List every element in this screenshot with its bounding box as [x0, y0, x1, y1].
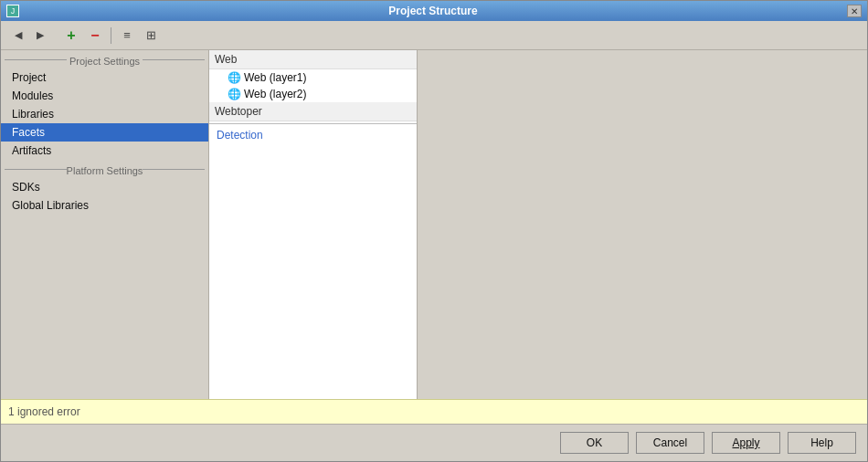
web-layer1-icon: 🌐 — [228, 71, 240, 84]
tree-item-web-layer2[interactable]: 🌐 Web (layer2) — [209, 86, 417, 102]
title-bar: J Project Structure ✕ — [1, 1, 867, 21]
right-panel — [418, 50, 867, 399]
main-window: J Project Structure ✕ ◀ ▶ + − ≡ ⊞ — [0, 0, 868, 462]
toolbar-separator — [111, 27, 111, 44]
group-header-web: Web — [209, 50, 417, 69]
nav-buttons: ◀ ▶ — [8, 26, 50, 46]
sidebar-item-facets[interactable]: Facets — [1, 123, 208, 142]
sidebar-item-artifacts[interactable]: Artifacts — [1, 142, 208, 160]
group-header-webtoper: Webtoper — [209, 102, 417, 121]
apply-label: Apply — [732, 436, 759, 449]
apply-button[interactable]: Apply — [712, 432, 780, 454]
platform-settings-header: Platform Settings — [1, 160, 208, 178]
sort1-button[interactable]: ≡ — [117, 26, 137, 46]
tree-item-web-layer1[interactable]: 🌐 Web (layer1) — [209, 69, 417, 86]
status-bar: 1 ignored error — [1, 399, 867, 425]
sidebar-item-libraries[interactable]: Libraries — [1, 105, 208, 123]
forward-icon: ▶ — [37, 29, 44, 41]
section-divider — [209, 123, 417, 124]
plus-icon: + — [67, 27, 75, 44]
content-area: Project Settings Project Modules Librari… — [1, 50, 867, 399]
remove-button[interactable]: − — [85, 26, 105, 46]
close-button[interactable]: ✕ — [847, 5, 862, 17]
ok-button[interactable]: OK — [560, 432, 629, 454]
help-button[interactable]: Help — [788, 432, 856, 454]
cancel-button[interactable]: Cancel — [636, 432, 704, 454]
forward-button[interactable]: ▶ — [30, 26, 50, 46]
back-button[interactable]: ◀ — [8, 26, 28, 46]
toolbar: ◀ ▶ + − ≡ ⊞ — [1, 21, 867, 50]
sort1-icon: ≡ — [123, 28, 131, 42]
bottom-buttons: OK Cancel Apply Help — [1, 425, 867, 461]
left-panel: Project Settings Project Modules Librari… — [1, 50, 209, 399]
window-title: Project Structure — [19, 5, 847, 17]
sidebar-item-project[interactable]: Project — [1, 68, 208, 87]
sidebar-item-modules[interactable]: Modules — [1, 87, 208, 105]
status-message: 1 ignored error — [8, 405, 80, 418]
add-button[interactable]: + — [61, 26, 81, 46]
sidebar-item-sdks[interactable]: SDKs — [1, 178, 208, 196]
detection-item[interactable]: Detection — [209, 126, 417, 144]
web-layer2-icon: 🌐 — [228, 88, 240, 100]
title-bar-left: J — [6, 5, 19, 17]
middle-panel: Web 🌐 Web (layer1) 🌐 Web (layer2) Webtop… — [209, 50, 418, 399]
app-icon: J — [6, 5, 19, 17]
sidebar-item-global-libraries[interactable]: Global Libraries — [1, 196, 208, 215]
project-settings-header: Project Settings — [1, 50, 208, 68]
sort2-icon: ⊞ — [146, 28, 156, 42]
sort2-button[interactable]: ⊞ — [141, 26, 161, 46]
minus-icon: − — [90, 27, 99, 44]
back-icon: ◀ — [15, 29, 22, 41]
